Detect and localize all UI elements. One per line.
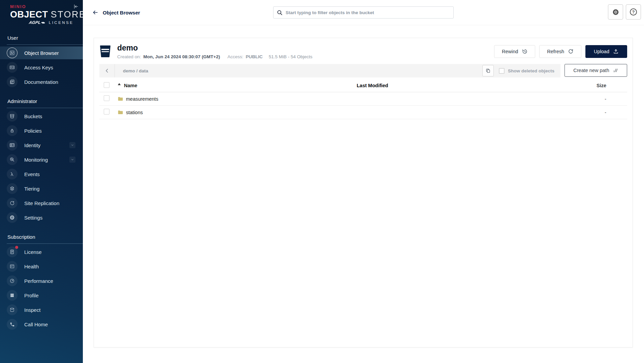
- column-header-name[interactable]: Name: [124, 83, 137, 88]
- sidebar-item-policies[interactable]: Policies: [0, 124, 83, 137]
- sidebar-item-call-home[interactable]: Call Home: [0, 318, 83, 331]
- refresh-button[interactable]: Refresh: [539, 45, 581, 58]
- folder-icon: [118, 96, 123, 102]
- page-title: Object Browser: [103, 10, 140, 15]
- search-input[interactable]: [286, 10, 450, 15]
- monitoring-icon: [7, 154, 18, 165]
- column-header-size[interactable]: Size: [513, 83, 627, 88]
- sidebar-item-label: Site Replication: [24, 200, 59, 206]
- table-row[interactable]: measurements -: [99, 92, 627, 106]
- agpl-badge: AGPL: [29, 20, 45, 25]
- sidebar-item-monitoring[interactable]: Monitoring: [0, 153, 83, 166]
- select-all-checkbox[interactable]: [104, 82, 109, 88]
- create-path-icon: [613, 68, 618, 73]
- divider: [7, 243, 83, 244]
- show-deleted-label: Show deleted objects: [508, 68, 554, 73]
- inspect-icon: [7, 304, 18, 315]
- sidebar-item-label: Call Home: [24, 322, 48, 327]
- bucket-card: demo Created on: Mon, Jun 24 2024 08:30:…: [94, 38, 633, 348]
- profile-icon: [7, 290, 18, 301]
- sort-asc-icon[interactable]: [118, 83, 121, 86]
- performance-gauge-icon: [7, 275, 18, 286]
- divider: [7, 44, 83, 45]
- content-area: demo Created on: Mon, Jun 24 2024 08:30:…: [83, 25, 644, 348]
- sidebar-section-administrator: Administrator: [0, 98, 83, 108]
- create-new-path-label: Create new path: [573, 68, 609, 73]
- bucket-header: demo Created on: Mon, Jun 24 2024 08:30:…: [94, 38, 633, 63]
- sidebar-item-label: Identity: [24, 142, 40, 148]
- upload-icon: [613, 48, 619, 54]
- minio-logo: MINIO OBJECT STORE AGPL LICENSE: [0, 0, 83, 25]
- path-bar: demo / data Show deleted objects: [99, 64, 560, 77]
- copy-icon: [485, 68, 491, 73]
- back-arrow-icon[interactable]: [92, 9, 98, 15]
- object-name[interactable]: measurements: [126, 96, 158, 102]
- access-label: Access:: [227, 54, 243, 59]
- sidebar-item-label: Object Browser: [24, 50, 59, 56]
- documentation-icon: [7, 76, 18, 87]
- chevron-down-icon[interactable]: [69, 142, 75, 148]
- row-checkbox[interactable]: [104, 109, 109, 114]
- folder-icon: [118, 109, 123, 115]
- health-icon: [7, 261, 18, 272]
- sidebar-item-events[interactable]: Events: [0, 168, 83, 180]
- sidebar-item-label: Settings: [24, 215, 42, 221]
- sidebar-item-documentation[interactable]: Documentation: [0, 75, 83, 88]
- sidebar-item-label: Events: [24, 171, 40, 177]
- notification-dot: [15, 246, 18, 249]
- object-size: -: [513, 96, 627, 102]
- identity-icon: [7, 140, 18, 151]
- sidebar-item-buckets[interactable]: Buckets: [0, 110, 83, 123]
- settings-button[interactable]: [608, 4, 623, 20]
- sidebar-item-profile[interactable]: Profile: [0, 289, 83, 302]
- events-icon: [7, 169, 18, 179]
- path-back-button[interactable]: [99, 64, 115, 77]
- help-button[interactable]: ?: [626, 4, 641, 20]
- create-new-path-button[interactable]: Create new path: [565, 64, 627, 77]
- settings-gear-icon: [7, 212, 18, 223]
- site-replication-icon: [7, 198, 18, 208]
- access-value: PUBLIC: [246, 54, 263, 59]
- main-area: Object Browser ?: [83, 0, 644, 363]
- bucket-meta: Created on: Mon, Jun 24 2024 08:30:07 (G…: [117, 54, 313, 59]
- upload-button[interactable]: Upload: [585, 45, 627, 58]
- sidebar-item-health[interactable]: Health: [0, 260, 83, 273]
- sidebar-item-label: Monitoring: [24, 157, 48, 163]
- bucket-name: demo: [117, 43, 313, 53]
- sidebar-item-access-keys[interactable]: Access Keys: [0, 61, 83, 74]
- sidebar-item-tiering[interactable]: Tiering: [0, 182, 83, 195]
- sidebar-collapse-icon[interactable]: [72, 3, 79, 10]
- created-label: Created on:: [117, 54, 141, 59]
- sidebar-item-label: Tiering: [24, 186, 39, 192]
- logo-product-text: OBJECT STORE: [10, 9, 83, 20]
- sidebar-item-inspect[interactable]: Inspect: [0, 303, 83, 316]
- refresh-icon: [568, 48, 574, 54]
- divider: [7, 108, 83, 108]
- tiering-icon: [7, 183, 18, 194]
- chevron-down-icon[interactable]: [69, 157, 75, 163]
- column-header-last-modified[interactable]: Last Modified: [357, 83, 513, 88]
- call-home-phone-icon: [7, 319, 18, 330]
- bucket-summary: 51.5 MiB - 54 Objects: [269, 54, 313, 59]
- gear-icon: [612, 8, 619, 16]
- sidebar-item-identity[interactable]: Identity: [0, 139, 83, 152]
- objects-table: Name Last Modified Size measurements: [99, 79, 627, 119]
- show-deleted-checkbox[interactable]: [499, 68, 505, 74]
- rewind-button[interactable]: Rewind: [494, 45, 535, 58]
- buckets-icon: [7, 111, 18, 122]
- path-row: demo / data Show deleted objects: [99, 64, 627, 77]
- object-name[interactable]: stations: [126, 110, 143, 115]
- sidebar-item-object-browser[interactable]: Object Browser: [0, 46, 83, 59]
- chevron-left-icon: [104, 68, 110, 73]
- sidebar-item-performance[interactable]: Performance: [0, 274, 83, 287]
- row-checkbox[interactable]: [104, 95, 109, 101]
- help-icon: ?: [630, 8, 637, 15]
- sidebar-item-site-replication[interactable]: Site Replication: [0, 197, 83, 209]
- table-header-row: Name Last Modified Size: [99, 79, 627, 92]
- sidebar-item-license[interactable]: License: [0, 245, 83, 258]
- sidebar-item-label: Policies: [24, 128, 42, 134]
- sidebar-item-label: License: [24, 249, 42, 255]
- sidebar-item-settings[interactable]: Settings: [0, 211, 83, 224]
- copy-path-button[interactable]: [482, 65, 494, 76]
- table-row[interactable]: stations -: [99, 106, 627, 119]
